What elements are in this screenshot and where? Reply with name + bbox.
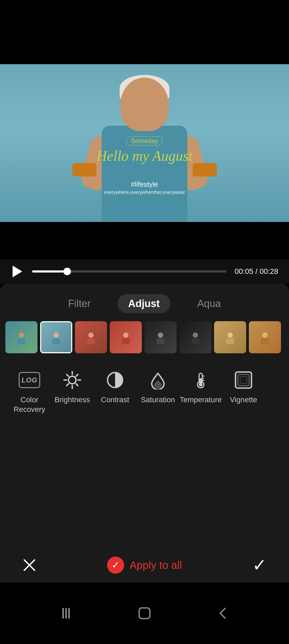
tool-temperature[interactable]: Temperature [179, 367, 222, 407]
clip-icon-8 [257, 329, 273, 345]
svg-point-8 [158, 332, 163, 338]
play-icon [13, 266, 22, 277]
svg-point-2 [54, 332, 59, 338]
clip-icon-5 [153, 329, 169, 345]
svg-rect-13 [226, 338, 234, 344]
progress-fill [32, 270, 67, 273]
svg-point-12 [227, 332, 233, 338]
svg-rect-11 [191, 338, 199, 344]
svg-point-6 [123, 332, 128, 338]
tool-vignette[interactable]: Vignette [222, 367, 265, 407]
svg-point-0 [19, 332, 24, 338]
cancel-icon [21, 557, 37, 573]
tab-adjust[interactable]: Adjust [117, 294, 170, 313]
head [120, 78, 169, 131]
video-container: Someday Hello my August #lifestyle every… [0, 0, 289, 289]
clip-icon-7 [222, 329, 238, 345]
tool-icon-temperature [190, 369, 211, 391]
tab-filter[interactable]: Filter [57, 294, 101, 313]
tool-label-saturation: Saturation [141, 395, 175, 405]
tool-label-temperature: Temperature [180, 395, 222, 405]
log-icon: LOG [19, 372, 40, 388]
recents-button[interactable] [53, 600, 79, 627]
svg-rect-5 [87, 338, 95, 344]
tool-brightness[interactable]: Brightness [51, 367, 94, 407]
svg-rect-34 [238, 374, 249, 386]
svg-rect-3 [52, 338, 60, 344]
cancel-button[interactable] [16, 552, 43, 578]
svg-line-21 [67, 374, 69, 376]
tool-label-color-recovery: ColorRecovery [14, 395, 45, 415]
svg-line-23 [76, 374, 78, 376]
home-button[interactable] [131, 600, 158, 627]
clip-bg-5 [144, 321, 177, 353]
action-bar: ✓ Apply to all ✓ [0, 548, 289, 582]
video-text-someday: Someday [126, 136, 162, 145]
dumbbell-right [193, 163, 217, 177]
svg-point-4 [88, 332, 94, 338]
thermometer-icon [191, 371, 210, 389]
clip-bg-1 [5, 321, 37, 353]
svg-rect-39 [139, 608, 150, 619]
clip-bg-3 [75, 321, 107, 353]
svg-rect-1 [17, 338, 25, 344]
clip-thumb-5[interactable] [144, 321, 177, 353]
tool-icon-contrast [104, 369, 126, 391]
confirm-icon: ✓ [252, 557, 267, 574]
svg-rect-7 [122, 338, 130, 344]
clip-bg-4 [110, 321, 142, 353]
apply-to-all-label: Apply to all [130, 559, 182, 571]
tools-row: LOG ColorRecovery Brightness [0, 361, 289, 417]
svg-rect-38 [68, 608, 70, 619]
clip-bg-7 [214, 321, 246, 353]
tab-aqua[interactable]: Aqua [187, 294, 232, 313]
clip-thumb-1[interactable] [5, 321, 37, 353]
svg-point-14 [262, 332, 268, 338]
clip-thumb-2[interactable] [40, 321, 72, 353]
tool-label-vignette: Vignette [230, 395, 257, 405]
progress-bar[interactable] [32, 270, 227, 273]
svg-rect-15 [261, 338, 269, 344]
tool-saturation[interactable]: Saturation [136, 367, 179, 407]
svg-rect-37 [65, 608, 67, 619]
back-icon [215, 605, 231, 621]
clip-thumb-4[interactable] [110, 321, 142, 353]
clip-bg-2 [41, 322, 71, 352]
clip-bg-8 [249, 321, 281, 353]
tool-color-recovery[interactable]: LOG ColorRecovery [8, 367, 51, 417]
svg-rect-35 [240, 377, 247, 384]
video-text-sub: everywhere,everywhenther,everywear [104, 190, 185, 195]
clip-thumb-7[interactable] [214, 321, 246, 353]
system-nav-bar [0, 582, 289, 644]
svg-point-16 [69, 376, 76, 384]
tool-label-brightness: Brightness [55, 395, 90, 405]
tool-label-contrast: Contrast [101, 395, 129, 405]
contrast-icon [106, 371, 124, 389]
time-display: 00:05 / 00:28 [235, 267, 278, 276]
tool-contrast[interactable]: Contrast [94, 367, 136, 407]
tool-icon-vignette [233, 369, 254, 391]
vignette-icon [234, 371, 253, 389]
clip-thumb-8[interactable] [249, 321, 281, 353]
clip-icon-4 [118, 329, 134, 345]
clip-icon-1 [13, 329, 29, 345]
home-icon [136, 605, 153, 621]
video-frame[interactable]: Someday Hello my August #lifestyle every… [0, 64, 289, 222]
apply-check-icon: ✓ [112, 559, 120, 571]
clip-bg-6 [179, 321, 211, 353]
tab-bar: Filter Adjust Aqua [0, 283, 289, 321]
confirm-button[interactable]: ✓ [246, 552, 273, 578]
progress-thumb[interactable] [63, 268, 71, 275]
clip-icon-3 [83, 329, 99, 345]
tool-icon-saturation [147, 369, 169, 391]
recents-icon [58, 605, 74, 621]
svg-rect-36 [62, 608, 64, 619]
apply-to-all-section[interactable]: ✓ Apply to all [107, 557, 182, 574]
video-text-hashtag: #lifestyle [104, 180, 185, 189]
back-button[interactable] [210, 600, 236, 627]
play-button[interactable] [11, 265, 24, 278]
clip-thumb-3[interactable] [75, 321, 107, 353]
apply-circle: ✓ [107, 557, 124, 574]
clip-icon-6 [187, 329, 203, 345]
clip-thumb-6[interactable] [179, 321, 211, 353]
